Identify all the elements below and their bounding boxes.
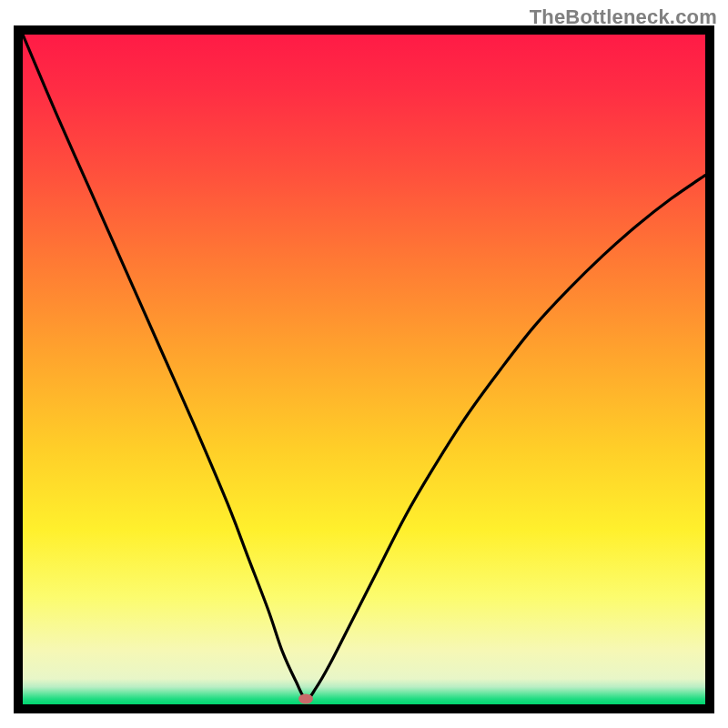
- watermark-text: TheBottleneck.com: [530, 5, 717, 29]
- optimal-marker: [298, 694, 313, 704]
- chart-container: TheBottleneck.com: [0, 0, 728, 728]
- plot-area: [23, 35, 705, 704]
- bottleneck-curve: [23, 35, 705, 704]
- chart-frame: [14, 25, 714, 713]
